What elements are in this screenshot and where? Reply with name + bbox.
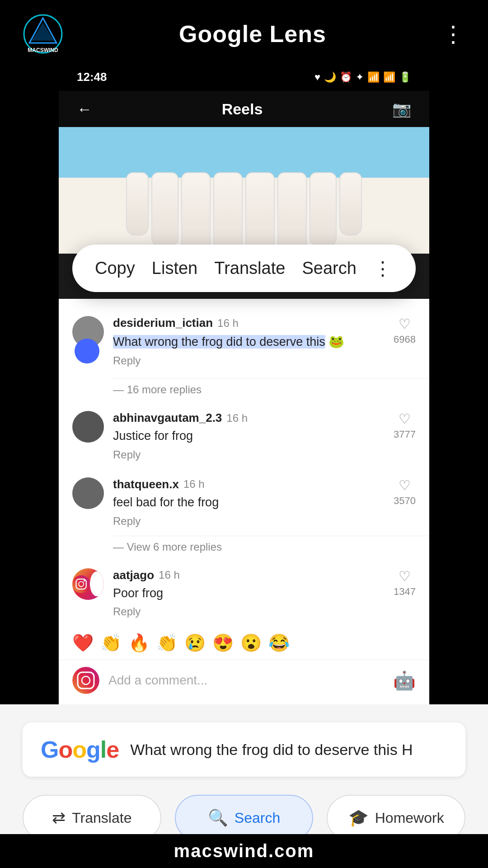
comment-text: Poor frog: [113, 585, 385, 602]
like-icon[interactable]: ♡: [399, 411, 411, 427]
emoji-laugh[interactable]: 😂: [268, 633, 290, 653]
teeth-visual: [126, 172, 362, 254]
tooth: [213, 172, 243, 254]
tooth: [339, 172, 362, 236]
listen-button[interactable]: Listen: [152, 259, 197, 278]
like-count: 3570: [394, 495, 416, 507]
comment-username: desiderium_ictian: [113, 316, 213, 330]
tooth: [310, 172, 337, 247]
tooth: [126, 172, 149, 236]
comment-like: ♡ 3570: [394, 477, 416, 507]
svg-rect-8: [72, 667, 99, 694]
tooth: [181, 172, 211, 254]
google-logo: Google: [41, 736, 119, 763]
alarm-icon: ⏰: [340, 71, 352, 83]
search-icon: 🔍: [208, 808, 228, 827]
comment-time: 16 h: [217, 317, 239, 330]
search-label: Search: [235, 810, 280, 826]
emoji-heart[interactable]: ❤️: [72, 633, 94, 653]
reply-button[interactable]: Reply: [113, 605, 385, 618]
logo-area: MACSWIND: [23, 14, 63, 54]
comment-content: abhinavgautam_2.3 16 h Justice for frog …: [113, 411, 385, 461]
user-avatar: [72, 667, 99, 694]
heart-icon: ♥: [314, 71, 320, 83]
comment-item: aatjago 16 h Poor frog Reply ♡ 1347: [59, 560, 429, 627]
emoji-fire[interactable]: 🔥: [128, 633, 150, 653]
bluetooth-icon: ✦: [356, 71, 364, 83]
comment-item: abhinavgautam_2.3 16 h Justice for frog …: [59, 403, 429, 469]
svg-point-7: [84, 580, 85, 581]
avatar-instagram: [72, 568, 104, 600]
more-replies[interactable]: — 16 more replies: [113, 378, 429, 398]
more-options-icon[interactable]: ⋮: [442, 21, 465, 47]
sticker-icon[interactable]: 🤖: [393, 670, 416, 691]
google-search-bar: Google What wrong the frog did to deserv…: [23, 722, 465, 777]
top-bar: MACSWIND Google Lens ⋮: [0, 0, 488, 68]
avatar: [72, 411, 104, 443]
emoji-clap[interactable]: 👏: [100, 633, 122, 653]
tooth: [151, 172, 178, 247]
avatar-blue: [75, 339, 99, 363]
reply-button[interactable]: Reply: [113, 354, 385, 367]
like-count: 6968: [394, 334, 416, 345]
like-icon[interactable]: ♡: [399, 316, 411, 332]
app-title: Google Lens: [179, 20, 326, 47]
comment-username: aatjago: [113, 568, 154, 582]
emoji-sad[interactable]: 😢: [184, 633, 206, 653]
moon-icon: 🌙: [324, 71, 336, 83]
action-bar: Copy Listen Translate Search ⋮: [72, 245, 416, 292]
reels-nav: ← Reels 📷: [59, 91, 429, 127]
homework-label: Homework: [375, 810, 444, 826]
phone-screen: 12:48 ♥ 🌙 ⏰ ✦ 📶 📶 🔋 ← Reels 📷 C: [59, 63, 429, 731]
comment-text: What wrong the frog did to deserve this …: [113, 333, 385, 351]
back-button[interactable]: ←: [77, 100, 92, 118]
like-icon[interactable]: ♡: [399, 568, 411, 584]
translate-button[interactable]: Translate: [214, 259, 285, 278]
translate-icon: ⇄: [52, 808, 66, 827]
like-count: 1347: [394, 586, 416, 598]
comment-header: aatjago 16 h: [113, 568, 385, 582]
comment-placeholder[interactable]: Add a comment...: [108, 673, 384, 688]
comment-like: ♡ 6968: [394, 316, 416, 345]
emoji-frog: 🐸: [328, 335, 344, 349]
like-icon[interactable]: ♡: [399, 477, 411, 493]
highlighted-text: What wrong the frog did to deserve this: [113, 335, 325, 349]
comment-username: thatqueen.x: [113, 477, 179, 491]
homework-icon: 🎓: [348, 808, 369, 827]
comment-content: thatqueen.x 16 h feel bad for the frog R…: [113, 477, 385, 528]
emoji-clap2[interactable]: 👏: [156, 633, 178, 653]
comment-text: feel bad for the frog: [113, 494, 385, 511]
search-button[interactable]: Search: [302, 259, 356, 278]
comment-text: Justice for frog: [113, 428, 385, 445]
macswind-logo: MACSWIND: [23, 14, 63, 54]
svg-rect-4: [72, 575, 90, 593]
copy-button[interactable]: Copy: [95, 259, 135, 278]
battery-icon: 🔋: [399, 71, 411, 83]
comment-time: 16 h: [183, 478, 205, 491]
reply-button[interactable]: Reply: [113, 515, 385, 528]
view-more-replies[interactable]: — View 6 more replies: [113, 536, 429, 556]
comment-item: thatqueen.x 16 h feel bad for the frog R…: [59, 469, 429, 536]
comment-header: desiderium_ictian 16 h: [113, 316, 385, 330]
teeth-image: [59, 127, 429, 254]
comment-input-row: Add a comment... 🤖: [59, 660, 429, 701]
reply-button[interactable]: Reply: [113, 448, 385, 461]
comment-like: ♡ 1347: [394, 568, 416, 598]
emoji-heart-eyes[interactable]: 😍: [212, 633, 234, 653]
status-time: 12:48: [77, 70, 107, 84]
comment-header: thatqueen.x 16 h: [113, 477, 385, 491]
wifi-icon: 📶: [367, 71, 380, 83]
status-icons: ♥ 🌙 ⏰ ✦ 📶 📶 🔋: [314, 71, 411, 83]
comment-time: 16 h: [159, 569, 180, 581]
comments-section: desiderium_ictian 16 h What wrong the fr…: [59, 299, 429, 710]
watermark: macswind.com: [0, 834, 488, 868]
comment-item: desiderium_ictian 16 h What wrong the fr…: [59, 308, 429, 378]
tooth: [277, 172, 307, 254]
avatar: [72, 477, 104, 509]
emoji-surprised[interactable]: 😮: [240, 633, 262, 653]
comment-header: abhinavgautam_2.3 16 h: [113, 411, 385, 425]
comment-time: 16 h: [226, 412, 248, 425]
translate-label: Translate: [72, 810, 131, 826]
camera-icon[interactable]: 📷: [392, 100, 411, 118]
more-actions-icon[interactable]: ⋮: [373, 257, 393, 279]
